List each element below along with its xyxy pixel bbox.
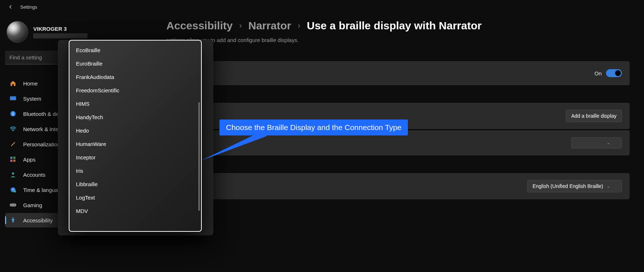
back-button[interactable] bbox=[7, 4, 14, 10]
dropdown-option[interactable]: MDV bbox=[72, 204, 198, 218]
svg-point-8 bbox=[12, 172, 14, 175]
breadcrumb-current: Use a braille display with Narrator bbox=[307, 20, 482, 32]
wifi-icon bbox=[9, 125, 17, 133]
dropdown-option[interactable]: Iris bbox=[72, 164, 198, 177]
brush-icon bbox=[9, 141, 17, 148]
dropdown-option[interactable]: LogText bbox=[72, 191, 198, 204]
dropdown-option[interactable]: Hedo bbox=[72, 124, 198, 137]
breadcrumb: Accessibility › Narrator › Use a braille… bbox=[166, 20, 630, 32]
home-icon bbox=[9, 80, 17, 87]
profile-block[interactable]: VIKROGER 3 bbox=[5, 21, 118, 43]
clock-icon bbox=[9, 186, 17, 193]
dropdown-option[interactable]: Libbraille bbox=[72, 177, 198, 191]
svg-rect-4 bbox=[10, 157, 13, 159]
sidebar-label: Gaming bbox=[23, 202, 42, 208]
language-select[interactable]: English (Unified English Braille) ⌄ bbox=[527, 180, 622, 192]
breadcrumb-accessibility[interactable]: Accessibility bbox=[166, 20, 233, 32]
svg-point-14 bbox=[12, 217, 13, 218]
section-add-device: d device bbox=[166, 92, 630, 99]
braille-toggle[interactable] bbox=[606, 69, 622, 77]
sidebar-label: Accessibility bbox=[23, 217, 53, 223]
dropdown-option[interactable]: HumanWare bbox=[72, 137, 198, 151]
svg-point-3 bbox=[13, 130, 13, 131]
dropdown-option[interactable]: FreedomScientific bbox=[72, 84, 198, 97]
profile-name: VIKROGER 3 bbox=[33, 26, 88, 32]
svg-rect-11 bbox=[10, 204, 16, 206]
svg-point-12 bbox=[11, 205, 12, 205]
accessibility-icon bbox=[9, 217, 17, 224]
add-braille-display-button[interactable]: Add a braille display bbox=[566, 110, 622, 122]
svg-rect-7 bbox=[13, 160, 16, 162]
dropdown-option[interactable]: EuroBraille bbox=[72, 57, 198, 70]
braille-manufacturer-dropdown: EcoBrailleEuroBrailleFrankAudiodataFreed… bbox=[69, 40, 202, 232]
svg-point-10 bbox=[14, 191, 16, 193]
breadcrumb-narrator[interactable]: Narrator bbox=[248, 20, 291, 32]
svg-rect-0 bbox=[10, 96, 16, 100]
annotation-callout: Choose the Braille Display and the Conne… bbox=[219, 120, 408, 135]
driver-select[interactable]: ⌄ bbox=[571, 137, 622, 148]
sidebar-label: Personalization bbox=[23, 141, 60, 147]
apps-icon bbox=[9, 156, 17, 163]
row-language: guage English (Unified English Braille) … bbox=[166, 173, 630, 199]
svg-rect-5 bbox=[13, 157, 16, 159]
page-description: settings allow you to add and configure … bbox=[166, 37, 630, 43]
bluetooth-icon bbox=[9, 110, 17, 117]
chevron-down-icon: ⌄ bbox=[607, 184, 610, 189]
toggle-state-label: On bbox=[594, 70, 602, 76]
row-turn-on-braille: on braille On bbox=[166, 61, 630, 85]
person-icon bbox=[9, 171, 17, 178]
sidebar-label: Accounts bbox=[23, 172, 46, 178]
dropdown-option[interactable]: HIMS bbox=[72, 97, 198, 110]
scrollbar[interactable] bbox=[199, 102, 200, 211]
section-input-output: ut and output bbox=[166, 163, 630, 169]
annotation-text: Choose the Braille Display and the Conne… bbox=[219, 120, 408, 135]
dropdown-option[interactable]: HandyTech bbox=[72, 110, 198, 124]
svg-rect-6 bbox=[10, 160, 13, 162]
sidebar-label: System bbox=[23, 96, 41, 102]
dropdown-option[interactable]: Inceptor bbox=[72, 151, 198, 164]
chevron-down-icon: ⌄ bbox=[607, 141, 610, 145]
svg-point-13 bbox=[14, 205, 15, 205]
dropdown-option[interactable]: EcoBraille bbox=[72, 43, 198, 57]
app-title: Settings bbox=[20, 4, 37, 10]
select-value: English (Unified English Braille) bbox=[533, 183, 603, 189]
avatar bbox=[7, 21, 28, 43]
gamepad-icon bbox=[9, 201, 17, 209]
chevron-right-icon: › bbox=[239, 21, 242, 30]
sidebar-label: Apps bbox=[23, 156, 35, 163]
chevron-right-icon: › bbox=[298, 21, 300, 30]
dropdown-option[interactable]: FrankAudiodata bbox=[72, 70, 198, 84]
system-icon bbox=[9, 95, 17, 102]
sidebar-label: Home bbox=[23, 80, 38, 87]
profile-subtitle-redacted bbox=[33, 33, 88, 38]
